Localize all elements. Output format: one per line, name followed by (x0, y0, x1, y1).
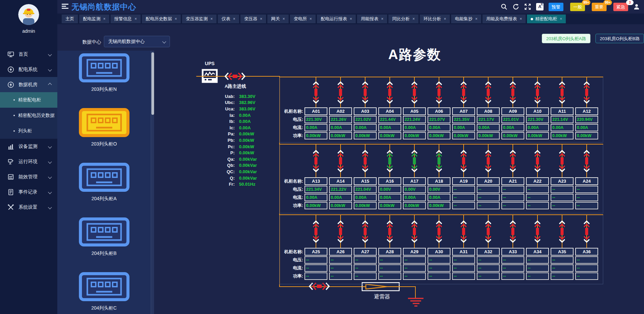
circuit-power: -- (452, 202, 475, 209)
ups-label: UPS (201, 61, 218, 66)
param-key: Uca: (212, 106, 235, 111)
circuit-table-A30[interactable]: A30------ (428, 248, 450, 281)
sidebar-subitem-列头柜[interactable]: 列头柜 (0, 123, 57, 139)
param-value: 0.00kVar (239, 163, 257, 168)
circuit-table-A27[interactable]: A27------ (354, 248, 377, 281)
worker-avatar-image (18, 4, 39, 25)
sidebar-subitem-精密配电柜[interactable]: 精密配电柜 (0, 92, 57, 108)
sidebar-item-配电系统[interactable]: 配电系统 (0, 62, 57, 77)
circuit-table-A13[interactable]: A13221.34V0.00A0.00kW (304, 177, 327, 210)
incoming-param-row: Ia:0.00A (212, 112, 257, 119)
circuit-table-A15[interactable]: A15221.04V0.00A0.00kW (354, 177, 377, 210)
breaker-indicator-A27 (361, 220, 369, 243)
sidebar-subitem-精密配电历史数据[interactable]: 精密配电历史数据 (0, 108, 57, 123)
circuit-voltage: 221.35V (452, 116, 475, 123)
sidebar-item-设备监测[interactable]: 设备监测 (0, 139, 57, 154)
circuit-table-A29[interactable]: A29------ (403, 248, 426, 281)
circuit-table-A14[interactable]: A14221.22V0.00A0.00kW (329, 177, 352, 210)
circuit-table-A28[interactable]: A28------ (378, 248, 401, 281)
circuit-table-A31[interactable]: A31------ (452, 248, 475, 281)
circuit-table-A05[interactable]: A05221.24V0.00A0.00kW (403, 107, 426, 140)
circuit-table-A02[interactable]: A02221.26V0.00A0.00kW (329, 107, 352, 140)
sidebar-item-label: 首页 (19, 51, 28, 57)
circuit-voltage: -- (526, 256, 549, 264)
sidebar-item-首页[interactable]: 首页 (0, 47, 57, 62)
circuit-current: -- (452, 194, 475, 201)
circuit-table-A09[interactable]: A09221.01V0.00A0.00kW (501, 107, 524, 140)
circuit-current: -- (526, 194, 549, 201)
param-key: Ubc: (212, 100, 235, 105)
circuit-current: -- (501, 264, 524, 272)
circuit-voltage: 221.26V (329, 116, 352, 123)
circuit-power: 0.00kW (428, 132, 450, 139)
sidebar-item-运行环境[interactable]: 运行环境 (0, 154, 57, 169)
circuit-current: 0.00A (329, 194, 352, 201)
circuit-table-A11[interactable]: A11221.14V0.00A0.00kW (551, 107, 574, 140)
circuit-table-A20[interactable]: A20------ (477, 177, 500, 210)
circuit-table-A22[interactable]: A22------ (526, 177, 549, 210)
circuit-current: 0.00A (378, 124, 401, 131)
breaker-indicator-A05 (410, 81, 418, 104)
circuit-table-A03[interactable]: A03221.02V0.00A0.00kW (354, 107, 377, 140)
sidebar-item-能效管理[interactable]: 能效管理 (0, 169, 57, 184)
circuit-current: 0.00A (575, 124, 598, 131)
sidebar-item-系统设置[interactable]: 系统设置 (0, 200, 57, 215)
circuit-voltage: -- (526, 186, 549, 193)
row-label: 功率: (281, 272, 303, 280)
incoming-param-row: Qa:0.00kVar (212, 156, 257, 162)
circuit-power: -- (526, 202, 549, 209)
circuit-table-A34[interactable]: A34------ (526, 248, 549, 281)
sidebar-item-数据机房[interactable]: 数据机房 (0, 77, 57, 92)
breaker-indicator-A26 (336, 220, 345, 243)
circuit-current: -- (329, 264, 352, 272)
bullet-dot (13, 115, 15, 116)
circuit-table-A07[interactable]: A07221.35V0.00A0.00kW (452, 107, 475, 140)
row-label-column: 机柜名称:电压:电流:功率: (281, 177, 303, 210)
row-label-column: 机柜名称:电压:电流:功率: (281, 107, 303, 140)
circuit-current: -- (304, 264, 327, 272)
circuit-current: -- (452, 264, 475, 272)
chevron-down-icon (48, 52, 52, 56)
circuit-voltage: -- (501, 186, 524, 193)
circuit-table-A36[interactable]: A36------ (575, 248, 598, 281)
circuit-table-A01[interactable]: A01221.30V0.00A0.00kW (304, 107, 327, 140)
circuit-power: -- (477, 272, 500, 280)
circuit-table-A10[interactable]: A10221.30V0.00A0.00kW (526, 107, 549, 140)
circuit-table-A04[interactable]: A04221.44V0.00A0.00kW (378, 107, 401, 140)
circuit-table-A12[interactable]: A12220.94V0.00A0.00kW (575, 107, 598, 140)
circuit-table-A32[interactable]: A32------ (477, 248, 500, 281)
param-value: 50.01Hz (239, 182, 255, 187)
circuit-table-A21[interactable]: A21------ (501, 177, 524, 210)
param-value: 383.06V (239, 106, 255, 111)
circuit-table-A23[interactable]: A23------ (551, 177, 574, 210)
circuit-table-A06[interactable]: A06221.07V0.00A0.00kW (428, 107, 450, 140)
circuit-table-A19[interactable]: A19------ (452, 177, 475, 210)
circuit-voltage: -- (477, 256, 500, 264)
circuit-name: A02 (329, 107, 352, 115)
circuit-table-A33[interactable]: A33------ (501, 248, 524, 281)
circuit-name: A17 (403, 177, 426, 185)
row-label: 机柜名称: (281, 248, 303, 256)
circuit-table-A25[interactable]: A25------ (304, 248, 327, 281)
circuit-voltage: 221.22V (329, 186, 352, 193)
circuit-table-A24[interactable]: A24------ (575, 177, 598, 210)
circuit-name: A21 (501, 177, 524, 185)
circuit-table-A17[interactable]: A170.00V0.00A0.00kW (403, 177, 426, 210)
circuit-current: 0.00A (403, 194, 426, 201)
sidebar-item-事件记录[interactable]: 事件记录 (0, 184, 57, 200)
param-key: QC: (212, 169, 235, 174)
incoming-param-row: Qb:0.00kVar (212, 162, 257, 169)
sidebar-item-label: 事件记录 (19, 189, 37, 195)
avatar[interactable] (18, 4, 39, 25)
circuit-table-A16[interactable]: A160.00V0.00A0.00kW (378, 177, 401, 210)
circuit-power: 0.00kW (403, 202, 426, 209)
circuit-name: A04 (378, 107, 401, 115)
circuit-name: A09 (501, 107, 524, 115)
circuit-table-A35[interactable]: A35------ (551, 248, 574, 281)
circuit-table-A08[interactable]: A08221.17V0.00A0.00kW (477, 107, 500, 140)
circuit-table-A26[interactable]: A26------ (329, 248, 352, 281)
circuit-voltage: -- (501, 256, 524, 264)
breaker-indicator-A13 (312, 150, 320, 173)
breaker-indicator-A31 (460, 220, 468, 243)
circuit-table-A18[interactable]: A180.00V0.00A0.00kW (428, 177, 450, 210)
